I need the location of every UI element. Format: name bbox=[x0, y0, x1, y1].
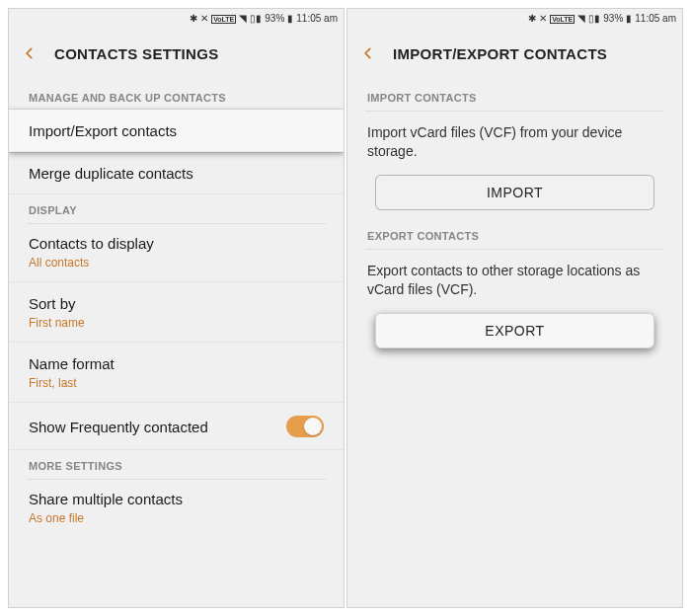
row-label: Contacts to display bbox=[29, 235, 324, 252]
mute-icon: ✕ bbox=[539, 14, 547, 24]
toggle-switch-on[interactable] bbox=[286, 416, 324, 437]
export-description: Export contacts to other storage locatio… bbox=[347, 248, 682, 307]
clock: 11:05 am bbox=[296, 14, 338, 24]
page-title: CONTACTS SETTINGS bbox=[54, 45, 219, 62]
phone-left: ✱ ✕ VoLTE ◥ ▯▮ 93% ▮ 11:05 am CONTACTS S… bbox=[8, 8, 345, 608]
row-label: Show Frequently contacted bbox=[29, 419, 208, 435]
battery-icon: ▮ bbox=[626, 14, 632, 24]
row-merge-duplicates[interactable]: Merge duplicate contacts bbox=[9, 152, 344, 194]
bluetooth-icon: ✱ bbox=[528, 14, 536, 24]
row-sublabel: First name bbox=[29, 316, 324, 330]
section-display: DISPLAY bbox=[9, 194, 344, 222]
clock: 11:05 am bbox=[635, 14, 676, 24]
import-description: Import vCard files (VCF) from your devic… bbox=[347, 110, 682, 169]
row-contacts-to-display[interactable]: Contacts to display All contacts bbox=[9, 222, 344, 282]
status-bar: ✱ ✕ VoLTE ◥ ▯▮ 93% ▮ 11:05 am bbox=[9, 9, 344, 29]
back-icon[interactable] bbox=[19, 42, 40, 64]
wifi-icon: ◥ bbox=[239, 14, 247, 24]
row-sublabel: First, last bbox=[29, 376, 324, 390]
back-icon[interactable] bbox=[357, 42, 379, 64]
phone-right: ✱ ✕ VoLTE ◥ ▯▮ 93% ▮ 11:05 am IMPORT/EXP… bbox=[346, 8, 683, 608]
row-frequently-contacted[interactable]: Show Frequently contacted bbox=[9, 403, 344, 450]
signal-icon: ▯▮ bbox=[250, 14, 262, 24]
section-manage: MANAGE AND BACK UP CONTACTS bbox=[9, 82, 344, 110]
row-name-format[interactable]: Name format First, last bbox=[9, 343, 344, 403]
row-label: Sort by bbox=[29, 295, 324, 312]
signal-icon: ▯▮ bbox=[588, 14, 600, 24]
page-title: IMPORT/EXPORT CONTACTS bbox=[393, 45, 607, 62]
section-export: EXPORT CONTACTS bbox=[347, 220, 682, 248]
volte-icon: VoLTE bbox=[211, 15, 236, 24]
battery-percent: 93% bbox=[265, 14, 284, 24]
section-more: MORE SETTINGS bbox=[9, 450, 344, 478]
row-label: Name format bbox=[29, 355, 324, 372]
export-button[interactable]: EXPORT bbox=[375, 313, 654, 348]
settings-list: MANAGE AND BACK UP CONTACTS Import/Expor… bbox=[9, 82, 344, 607]
import-export-panel: IMPORT CONTACTS Import vCard files (VCF)… bbox=[347, 82, 682, 607]
row-sort-by[interactable]: Sort by First name bbox=[9, 282, 344, 343]
battery-percent: 93% bbox=[603, 14, 623, 24]
mute-icon: ✕ bbox=[200, 14, 208, 24]
bluetooth-icon: ✱ bbox=[190, 14, 197, 24]
battery-icon: ▮ bbox=[287, 14, 293, 24]
row-label: Import/Export contacts bbox=[29, 122, 324, 139]
import-button[interactable]: IMPORT bbox=[375, 175, 654, 210]
row-sublabel: As one file bbox=[29, 511, 324, 525]
button-label: IMPORT bbox=[487, 185, 543, 200]
row-share-multiple[interactable]: Share multiple contacts As one file bbox=[9, 478, 344, 537]
row-label: Merge duplicate contacts bbox=[29, 165, 324, 182]
page-header: CONTACTS SETTINGS bbox=[9, 29, 344, 82]
button-label: EXPORT bbox=[485, 323, 544, 339]
row-sublabel: All contacts bbox=[29, 256, 324, 270]
section-import: IMPORT CONTACTS bbox=[347, 82, 682, 110]
row-label: Share multiple contacts bbox=[29, 491, 324, 507]
wifi-icon: ◥ bbox=[577, 14, 585, 24]
status-bar: ✱ ✕ VoLTE ◥ ▯▮ 93% ▮ 11:05 am bbox=[347, 9, 682, 29]
volte-icon: VoLTE bbox=[550, 15, 575, 24]
row-import-export[interactable]: Import/Export contacts bbox=[9, 110, 344, 152]
page-header: IMPORT/EXPORT CONTACTS bbox=[347, 29, 682, 82]
